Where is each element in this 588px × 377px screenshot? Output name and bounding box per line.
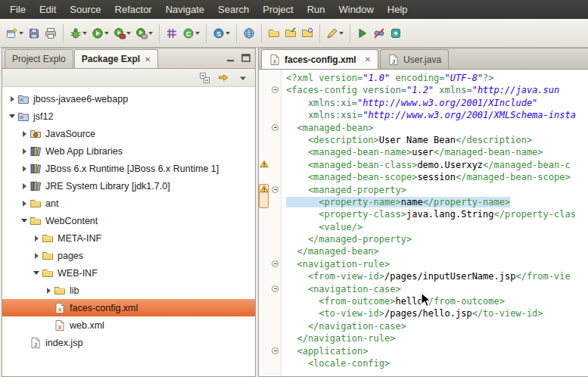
java-ee-button[interactable] [163,23,180,44]
warning-marker-icon[interactable] [260,185,270,195]
tree-item-index-jsp[interactable]: Jindex.jsp [2,334,255,351]
browser-button[interactable] [241,23,257,44]
collapse-all-button[interactable] [198,70,213,86]
annotation-button[interactable] [324,23,346,44]
fold-collapse-icon[interactable] [272,124,278,131]
menu-item-run[interactable]: Run [300,2,332,18]
expander-expanded-icon[interactable] [7,114,17,118]
expander-collapsed-icon[interactable] [19,131,30,137]
tree-item-faces-config-xml[interactable]: Xfaces-config.xml [2,299,255,316]
minimize-button[interactable] [224,51,238,65]
fold-collapse-icon[interactable] [272,86,278,93]
code-line[interactable]: <from-outcome>hello</from-outcome> [286,295,588,307]
code-line[interactable]: <managed-property> [286,184,588,196]
expander-collapsed-icon[interactable] [19,148,30,154]
dropdown-arrow-icon[interactable] [126,32,131,37]
menu-item-navigate[interactable]: Navigate [159,2,211,18]
menu-item-edit[interactable]: Edit [33,2,63,18]
run-history-button[interactable] [111,23,133,44]
expander-collapsed-icon[interactable] [7,96,17,102]
debug-button[interactable] [67,23,89,44]
menu-item-search[interactable]: Search [211,2,256,18]
dropdown-arrow-icon[interactable] [104,32,109,37]
new-wizard-button[interactable] [4,23,26,44]
print-button[interactable] [42,23,59,44]
tree-item-webcontent[interactable]: WebContent [2,212,255,229]
code-line[interactable]: </managed-property> [286,233,588,245]
tree-item-jboss-javaee6-webapp[interactable]: jboss-javaee6-webapp [2,90,255,107]
code-line[interactable]: <navigation-case> [286,283,588,295]
code-line[interactable]: xmlns:xsi="http://www.w3.org/2001/XMLSch… [286,109,588,121]
tree-item-lib[interactable]: lib [2,282,255,299]
run-last-button[interactable] [354,23,371,44]
code-area[interactable]: <?xml version="1.0" encoding="UTF-8"?><f… [282,70,588,376]
web-service-button[interactable]: S [210,23,232,44]
fold-collapse-icon[interactable] [272,285,278,292]
warning-marker-icon[interactable] [260,160,270,170]
expander-collapsed-icon[interactable] [43,288,54,294]
fold-collapse-icon[interactable] [272,347,278,354]
tree-item-web-app-libraries[interactable]: Web App Libraries [2,142,255,160]
code-line[interactable]: <?xml version="1.0" encoding="UTF-8"?> [286,72,588,84]
tree-item-javasource[interactable]: JavaSource [2,125,255,142]
view-tab-package-expl[interactable]: Package Expl✕ [74,49,159,68]
run-button[interactable] [89,23,111,44]
code-line[interactable]: <managed-bean> [286,122,588,134]
close-icon[interactable]: ✕ [365,55,371,64]
fold-collapse-icon[interactable] [272,260,278,267]
export-folder-button[interactable] [299,23,316,44]
code-line[interactable]: <managed-bean-scope>session</managed-bea… [286,171,588,183]
tree-item-jre-system-library-jdk1-7-0[interactable]: JRE System Library [jdk1.7.0] [2,177,255,195]
dropdown-arrow-icon[interactable] [226,32,230,37]
code-line[interactable]: </navigation-case> [286,320,588,332]
code-line[interactable]: <navigation-rule> [286,258,588,270]
expander-expanded-icon[interactable] [31,271,42,275]
code-line[interactable]: xmlns:xi="http://www.w3.org/2001/XInclud… [286,97,588,109]
expander-collapsed-icon[interactable] [31,253,42,259]
link-editor-button[interactable] [216,70,232,86]
external-tools-button[interactable] [133,23,155,44]
code-line[interactable]: <to-view-id>/pages/hello.jsp</to-view-id… [286,307,588,319]
tree-item-meta-inf[interactable]: META-INF [2,229,255,247]
fold-collapse-icon[interactable] [272,186,278,193]
expander-collapsed-icon[interactable] [19,183,30,189]
editor-gutter[interactable] [259,70,282,376]
dropdown-arrow-icon[interactable] [148,32,153,37]
code-line[interactable]: </navigation-rule> [286,332,588,344]
view-menu-button[interactable] [235,70,250,86]
menu-item-source[interactable]: Source [63,2,107,18]
dropdown-arrow-icon[interactable] [19,32,23,37]
expander-collapsed-icon[interactable] [31,235,42,241]
tree-item-jboss-6-x-runtime-jboss-6-x-runtime-1[interactable]: JBoss 6.x Runtime [JBoss 6.x Runtime 1] [2,160,255,177]
code-line[interactable]: <managed-bean-name>user</managed-bean-na… [286,146,588,158]
code-line[interactable]: </managed-bean> [286,245,588,257]
code-line[interactable]: <property-name>name</property-name> [286,196,588,208]
code-line[interactable]: <managed-bean-class>demo.Userxyz</manage… [286,159,588,171]
new-class-button[interactable]: C [180,23,202,44]
expander-collapsed-icon[interactable] [19,166,30,172]
expander-expanded-icon[interactable] [19,219,30,223]
tree-item-web-xml[interactable]: Xweb.xml [2,316,255,334]
skip-breakpoints-button[interactable] [371,23,387,44]
menu-item-refactor[interactable]: Refactor [108,2,159,18]
menu-item-project[interactable]: Project [256,2,300,18]
maximize-button[interactable] [239,51,253,65]
dropdown-arrow-icon[interactable] [339,32,344,37]
dropdown-arrow-icon[interactable] [195,32,200,37]
tree-item-jsf12[interactable]: jsf12 [2,107,255,125]
editor-tab-faces-config-xml[interactable]: Xfaces-config.xml✕ [261,49,378,69]
save-button[interactable] [26,23,42,44]
code-line[interactable]: <faces-config version="1.2" xmlns="http:… [286,84,588,96]
package-explorer-tree[interactable]: jboss-javaee6-webappjsf12JavaSourceWeb A… [2,87,255,376]
import-folder-button[interactable] [282,23,299,44]
menu-item-window[interactable]: Window [332,2,381,18]
code-line[interactable]: <locale-config> [286,357,588,369]
menu-item-file[interactable]: File [3,2,33,18]
relaunch-button[interactable] [387,23,404,44]
tree-item-pages[interactable]: pages [2,247,255,264]
open-folder-button[interactable] [266,23,282,44]
tree-item-ant[interactable]: ant [2,195,255,212]
code-line[interactable]: <description>User Name Bean</description… [286,134,588,146]
menu-item-help[interactable]: Help [381,2,415,18]
code-line[interactable]: <value/> [286,221,588,233]
